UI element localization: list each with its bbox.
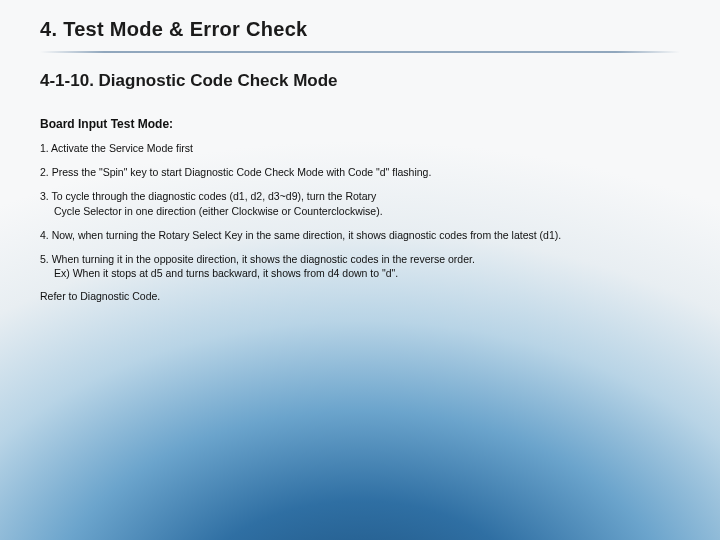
subhead: Board Input Test Mode: <box>40 117 680 131</box>
section-title: 4-1-10. Diagnostic Code Check Mode <box>40 71 680 91</box>
step-2: 2. Press the "Spin" key to start Diagnos… <box>40 165 680 179</box>
step-5-line2: Ex) When it stops at d5 and turns backwa… <box>40 266 680 280</box>
step-5-line1: 5. When turning it in the opposite direc… <box>40 253 475 265</box>
chapter-title: 4. Test Mode & Error Check <box>40 18 680 41</box>
step-3-line2: Cycle Selector in one direction (either … <box>40 204 680 218</box>
step-3-line1: 3. To cycle through the diagnostic codes… <box>40 190 376 202</box>
step-5: 5. When turning it in the opposite direc… <box>40 252 680 280</box>
title-divider <box>40 51 680 53</box>
step-1: 1. Activate the Service Mode first <box>40 141 680 155</box>
slide: 4. Test Mode & Error Check 4-1-10. Diagn… <box>0 0 720 540</box>
step-4: 4. Now, when turning the Rotary Select K… <box>40 228 680 242</box>
refer-note: Refer to Diagnostic Code. <box>40 290 680 302</box>
step-3: 3. To cycle through the diagnostic codes… <box>40 189 680 217</box>
